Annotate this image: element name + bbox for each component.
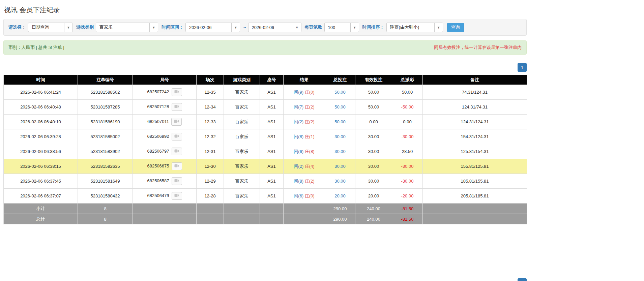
date-from-value: 2026-02-06 (186, 23, 231, 32)
cell-result: 闲(2) 庄(4) (284, 159, 325, 174)
cell-remark: 205.81/185.81 (423, 189, 527, 204)
cell-payout: -50.00 (392, 100, 423, 115)
game-type-select[interactable]: 百家乐 ▼ (96, 23, 158, 32)
video-replay-button[interactable] (172, 88, 182, 96)
cell-table: AS1 (260, 85, 284, 100)
query-type-value: 日期查询 (28, 23, 64, 32)
chevron-down-icon[interactable]: ▼ (231, 23, 240, 32)
sort-select[interactable]: 降幂(由大到小) ▼ (386, 23, 443, 32)
cell-total-bet: 30.00 (325, 174, 355, 189)
chevron-down-icon[interactable]: ▼ (350, 23, 359, 32)
total-bet-link[interactable]: 20.00 (334, 193, 346, 198)
payout-value: 28.50 (402, 149, 413, 154)
cell-table: AS1 (260, 174, 284, 189)
chevron-down-icon[interactable]: ▼ (149, 23, 158, 32)
video-replay-button[interactable] (172, 162, 182, 170)
round-id-text: 682507128 (147, 104, 169, 109)
page-1-button[interactable]: 1 (518, 278, 527, 281)
cell-remark: 155.81/125.81 (423, 159, 527, 174)
cell-payout: -20.00 (392, 189, 423, 204)
cell-game-type: 百家乐 (224, 115, 260, 129)
cell-time: 2026-02-06 06:38:56 (4, 144, 78, 159)
cell-session: 12-33 (197, 115, 224, 129)
cell-result: 闲(2) 庄(2) (284, 115, 325, 129)
total-bet-link[interactable]: 30.00 (334, 179, 346, 184)
col-payout: 总派彩 (392, 75, 423, 85)
video-icon (174, 149, 179, 154)
subtotal-label: 小计 (4, 204, 78, 214)
total-bet-link[interactable]: 30.00 (334, 134, 346, 139)
cell-total-bet: 50.00 (325, 100, 355, 115)
page-title: 视讯 会员下注纪录 (3, 0, 527, 19)
table-row: 2026-02-06 06:39:28523181585002682506892… (4, 129, 527, 144)
cell-valid-bet: 20.00 (355, 189, 392, 204)
video-replay-button[interactable] (172, 148, 182, 155)
payout-value: 0.00 (403, 119, 411, 124)
video-icon (174, 179, 179, 184)
summary-bar: 币别：人民币 | 总共 :8 注单 | 同局有效投注，统一计算在该局第一张注单内 (3, 40, 527, 55)
col-time: 时间 (4, 75, 78, 85)
col-table: 桌号 (260, 75, 284, 85)
cell-bet-id: 523181588502 (78, 85, 133, 100)
total-bet-link[interactable]: 50.00 (334, 119, 346, 124)
chevron-down-icon[interactable]: ▼ (293, 23, 301, 32)
cell-round-id: 682507011 (133, 115, 197, 129)
table-body: 2026-02-06 06:41:24523181588502682507242… (4, 85, 527, 204)
subtotal-count: 8 (78, 204, 133, 214)
query-type-select[interactable]: 日期查询 ▼ (28, 23, 73, 32)
date-from-select[interactable]: 2026-02-06 ▼ (185, 23, 240, 32)
total-total-bet: 290.00 (325, 214, 355, 224)
cell-time: 2026-02-06 06:40:10 (4, 115, 78, 129)
table-row: 2026-02-06 06:37:07523181580432682506479… (4, 189, 527, 204)
video-replay-button[interactable] (172, 177, 182, 185)
video-icon (174, 90, 179, 95)
cell-total-bet: 50.00 (325, 115, 355, 129)
cell-table: AS1 (260, 144, 284, 159)
cell-session: 12-30 (197, 159, 224, 174)
table-row: 2026-02-06 06:41:24523181588502682507242… (4, 85, 527, 100)
search-button[interactable]: 查询 (447, 23, 464, 32)
video-replay-button[interactable] (172, 192, 182, 200)
cell-session: 12-29 (197, 174, 224, 189)
total-bet-link[interactable]: 50.00 (334, 90, 346, 95)
cell-table: AS1 (260, 100, 284, 115)
table-header: 时间 注单编号 局号 场次 游戏类别 桌号 结果 总投注 有效投注 总派彩 备注 (4, 75, 527, 85)
round-id-text: 682506892 (147, 134, 169, 139)
cell-remark: 74.31/124.31 (423, 85, 527, 100)
cell-total-bet: 20.00 (325, 189, 355, 204)
cell-valid-bet: 30.00 (355, 159, 392, 174)
date-to-select[interactable]: 2026-02-06 ▼ (248, 23, 301, 32)
game-type-value: 百家乐 (96, 23, 149, 32)
cell-round-id: 682507128 (133, 100, 197, 115)
cell-session: 12-32 (197, 129, 224, 144)
video-replay-button[interactable] (172, 103, 182, 111)
payout-value: -30.00 (401, 179, 414, 184)
total-bet-link[interactable]: 30.00 (334, 149, 346, 154)
cell-time: 2026-02-06 06:39:28 (4, 129, 78, 144)
chevron-down-icon[interactable]: ▼ (64, 23, 72, 32)
cell-session: 12-28 (197, 189, 224, 204)
cell-time: 2026-02-06 06:41:24 (4, 85, 78, 100)
cell-round-id: 682506892 (133, 129, 197, 144)
cell-game-type: 百家乐 (224, 159, 260, 174)
page-size-select[interactable]: 100 ▼ (324, 23, 359, 32)
video-replay-button[interactable] (171, 118, 182, 126)
cell-result: 闲(7) 庄(2) (284, 100, 325, 115)
result-player: 闲(6) (294, 193, 303, 198)
cell-bet-id: 523181580432 (78, 189, 133, 204)
video-replay-button[interactable] (172, 133, 182, 140)
total-bet-link[interactable]: 50.00 (334, 104, 346, 110)
result-banker: 庄(4) (305, 164, 315, 169)
cell-round-id: 682506797 (133, 144, 197, 159)
cell-remark: 185.81/155.81 (423, 174, 527, 189)
page-1-button[interactable]: 1 (518, 63, 527, 72)
total-bet-link[interactable]: 30.00 (334, 164, 346, 169)
col-round-id: 局号 (133, 75, 197, 85)
chevron-down-icon[interactable]: ▼ (434, 23, 443, 32)
date-separator: ~ (243, 25, 246, 30)
cell-game-type: 百家乐 (224, 144, 260, 159)
result-banker: 庄(0) (305, 90, 315, 95)
cell-table: AS1 (260, 115, 284, 129)
total-row: 总计 8 290.00 240.00 -81.50 (4, 214, 527, 224)
cell-round-id: 682506675 (133, 159, 197, 174)
